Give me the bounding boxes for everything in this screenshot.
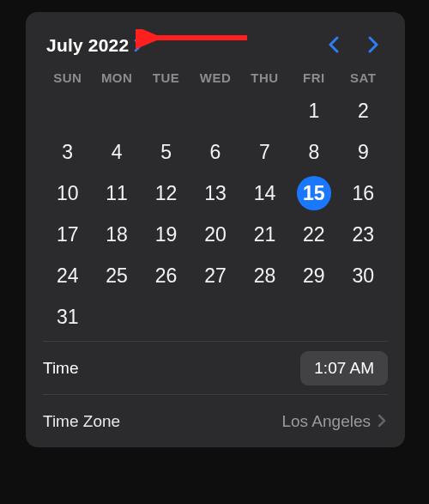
day-13[interactable]: 13 <box>190 174 239 212</box>
day-18[interactable]: 18 <box>92 216 141 253</box>
weekday-fri: FRI <box>289 70 338 85</box>
day-15[interactable]: 15 <box>289 174 338 212</box>
empty-cell <box>240 92 289 130</box>
day-3[interactable]: 3 <box>43 133 92 171</box>
day-5[interactable]: 5 <box>142 133 190 171</box>
day-11[interactable]: 11 <box>92 174 141 212</box>
day-25[interactable]: 25 <box>92 257 141 295</box>
time-row: Time 1:07 AM <box>43 341 388 394</box>
weekday-header-row: SUNMONTUEWEDTHUFRISAT <box>43 70 388 85</box>
calendar-grid: 1234567891011121314151617181920212223242… <box>43 92 388 336</box>
time-label: Time <box>43 359 79 378</box>
day-24[interactable]: 24 <box>43 257 92 295</box>
day-12[interactable]: 12 <box>142 174 190 212</box>
timezone-label: Time Zone <box>43 412 120 431</box>
day-31[interactable]: 31 <box>43 298 92 336</box>
weekday-sat: SAT <box>339 70 388 85</box>
date-time-picker: July 2022 SUNMONTUEWEDTHUFRISAT 12345678… <box>26 12 405 447</box>
day-8[interactable]: 8 <box>289 133 338 171</box>
day-19[interactable]: 19 <box>142 216 190 253</box>
prev-month-button[interactable] <box>328 34 340 57</box>
day-9[interactable]: 9 <box>339 133 388 171</box>
day-21[interactable]: 21 <box>240 216 289 253</box>
day-14[interactable]: 14 <box>240 174 289 212</box>
day-2[interactable]: 2 <box>339 92 388 130</box>
day-22[interactable]: 22 <box>289 216 338 253</box>
empty-cell <box>142 92 190 130</box>
month-year-button[interactable]: July 2022 <box>46 35 142 56</box>
day-10[interactable]: 10 <box>43 174 92 212</box>
month-nav <box>328 34 384 57</box>
timezone-row[interactable]: Time Zone Los Angeles <box>43 394 388 447</box>
empty-cell <box>43 92 92 130</box>
day-29[interactable]: 29 <box>289 257 338 295</box>
day-30[interactable]: 30 <box>339 257 388 295</box>
day-26[interactable]: 26 <box>142 257 190 295</box>
time-value-button[interactable]: 1:07 AM <box>300 351 388 386</box>
chevron-right-icon <box>134 39 142 54</box>
day-20[interactable]: 20 <box>190 216 239 253</box>
day-7[interactable]: 7 <box>240 133 289 171</box>
timezone-value: Los Angeles <box>281 412 371 431</box>
day-28[interactable]: 28 <box>240 257 289 295</box>
timezone-value-button[interactable]: Los Angeles <box>281 412 386 431</box>
day-17[interactable]: 17 <box>43 216 92 253</box>
weekday-sun: SUN <box>43 70 92 85</box>
day-27[interactable]: 27 <box>190 257 239 295</box>
weekday-thu: THU <box>240 70 289 85</box>
weekday-tue: TUE <box>142 70 190 85</box>
empty-cell <box>92 92 141 130</box>
day-1[interactable]: 1 <box>289 92 338 130</box>
weekday-wed: WED <box>190 70 239 85</box>
chevron-right-icon <box>378 413 386 430</box>
day-16[interactable]: 16 <box>339 174 388 212</box>
day-4[interactable]: 4 <box>92 133 141 171</box>
weekday-mon: MON <box>92 70 141 85</box>
next-month-button[interactable] <box>367 34 379 57</box>
month-year-label: July 2022 <box>46 35 129 56</box>
empty-cell <box>190 92 239 130</box>
picker-header: July 2022 <box>43 34 388 70</box>
day-23[interactable]: 23 <box>339 216 388 253</box>
day-6[interactable]: 6 <box>190 133 239 171</box>
